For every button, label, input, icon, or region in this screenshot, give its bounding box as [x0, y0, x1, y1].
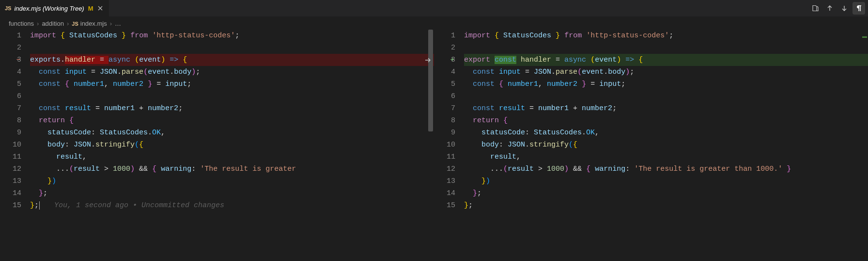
line-number: 4 — [0, 66, 21, 78]
line-number: 6 — [434, 90, 455, 102]
code-line[interactable]: }; — [30, 187, 434, 199]
modified-badge: M — [88, 5, 93, 12]
code-line[interactable]: statusCode: StatusCodes.OK, — [30, 127, 434, 139]
diff-pane-original[interactable]: 123456789101112131415 import { StatusCod… — [0, 30, 434, 261]
tab-bar: JS index.mjs (Working Tree) M — [0, 0, 868, 17]
code-line[interactable]: return { — [30, 114, 434, 127]
code-line[interactable]: result, — [464, 151, 868, 163]
breadcrumb-file-label: index.mjs — [80, 20, 107, 27]
code-line[interactable] — [464, 42, 868, 54]
code-line[interactable]: export const handler = async (event) => … — [464, 54, 868, 66]
code-line[interactable]: }; — [464, 199, 868, 212]
line-number: 4 — [434, 66, 455, 78]
line-number: 8 — [434, 114, 455, 127]
code-line[interactable]: import { StatusCodes } from 'http-status… — [464, 30, 868, 42]
js-file-icon: JS — [5, 5, 11, 11]
line-number: 11 — [434, 151, 455, 163]
next-change-button[interactable] — [838, 2, 851, 15]
toggle-whitespace-button[interactable] — [852, 2, 865, 15]
line-number: 5 — [434, 78, 455, 90]
code-line[interactable]: ...(result > 1000) && { warning: 'The re… — [30, 163, 434, 175]
chevron-right-icon: › — [37, 20, 39, 27]
arrow-up-icon — [826, 4, 834, 12]
open-file-icon — [811, 4, 819, 12]
js-file-icon: JS — [72, 21, 78, 27]
line-number: 12 — [0, 163, 21, 175]
diff-pane-modified[interactable]: 123456789101112131415 import { StatusCod… — [434, 30, 868, 261]
chevron-right-icon: › — [67, 20, 69, 27]
code-line[interactable]: const input = JSON.parse(event.body); — [464, 66, 868, 78]
line-number: 8 — [0, 114, 21, 127]
breadcrumb-segment[interactable]: functions — [9, 20, 34, 27]
line-number: 9 — [0, 127, 21, 139]
code-line[interactable]: body: JSON.stringify({ — [30, 139, 434, 151]
code-line[interactable] — [464, 90, 868, 102]
code-area[interactable]: import { StatusCodes } from 'http-status… — [464, 30, 868, 261]
line-number: 2 — [0, 42, 21, 54]
code-line[interactable]: const result = number1 + number2; — [464, 102, 868, 114]
scrollbar[interactable] — [861, 30, 868, 261]
line-number: 9 — [434, 127, 455, 139]
open-file-button[interactable] — [809, 2, 822, 15]
line-number: 1 — [434, 30, 455, 42]
line-number: 13 — [434, 175, 455, 187]
code-line[interactable]: import { StatusCodes } from 'http-status… — [30, 30, 434, 42]
line-gutter: 123456789101112131415 — [0, 30, 30, 261]
arrow-right-icon — [424, 56, 432, 64]
line-gutter: 123456789101112131415 — [434, 30, 464, 261]
previous-change-button[interactable] — [823, 2, 836, 15]
line-number: 3 — [434, 54, 455, 66]
diff-overview-marker — [862, 36, 867, 38]
code-line[interactable]: statusCode: StatusCodes.OK, — [464, 127, 868, 139]
tab-title: index.mjs (Working Tree) — [14, 5, 84, 12]
line-number: 11 — [0, 151, 21, 163]
line-number: 7 — [434, 102, 455, 114]
line-number: 14 — [434, 187, 455, 199]
code-line[interactable]: const input = JSON.parse(event.body); — [30, 66, 434, 78]
line-number: 3 — [0, 54, 21, 66]
code-line[interactable]: const result = number1 + number2; — [30, 102, 434, 114]
git-blame-annotation: You, 1 second ago • Uncommitted changes — [54, 201, 224, 210]
code-line[interactable]: }) — [30, 175, 434, 187]
scrollbar-thumb[interactable] — [428, 30, 433, 131]
line-number: 13 — [0, 175, 21, 187]
code-line[interactable]: }) — [464, 175, 868, 187]
code-line[interactable]: result, — [30, 151, 434, 163]
code-line[interactable] — [30, 42, 434, 54]
chevron-right-icon: › — [110, 20, 112, 27]
line-number: 10 — [434, 139, 455, 151]
line-number: 6 — [0, 90, 21, 102]
code-line[interactable]: };You, 1 second ago • Uncommitted change… — [30, 199, 434, 212]
code-area[interactable]: import { StatusCodes } from 'http-status… — [30, 30, 434, 261]
code-line[interactable]: ...(result > 1000) && { warning: 'The re… — [464, 163, 868, 175]
line-number: 2 — [434, 42, 455, 54]
line-number: 5 — [0, 78, 21, 90]
code-line[interactable]: return { — [464, 114, 868, 127]
code-line[interactable]: exports.handler = async (event) => { — [30, 54, 434, 66]
editor-tab[interactable]: JS index.mjs (Working Tree) M — [0, 0, 109, 16]
line-number: 14 — [0, 187, 21, 199]
pilcrow-icon — [855, 4, 863, 12]
code-line[interactable]: }; — [464, 187, 868, 199]
breadcrumb-file[interactable]: JSindex.mjs — [72, 20, 107, 27]
close-tab-button[interactable] — [96, 4, 104, 12]
breadcrumb: functions › addition › JSindex.mjs › … — [0, 17, 868, 30]
diff-editor: 123456789101112131415 import { StatusCod… — [0, 30, 868, 261]
revert-change-button[interactable] — [421, 54, 434, 66]
line-number: 15 — [0, 199, 21, 212]
close-icon — [96, 4, 104, 12]
breadcrumb-more[interactable]: … — [115, 20, 121, 27]
code-line[interactable]: const { number1, number2 } = input; — [464, 78, 868, 90]
line-number: 15 — [434, 199, 455, 212]
line-number: 7 — [0, 102, 21, 114]
line-number: 10 — [0, 139, 21, 151]
line-number: 12 — [434, 163, 455, 175]
code-line[interactable]: body: JSON.stringify({ — [464, 139, 868, 151]
editor-toolbar — [809, 2, 865, 15]
code-line[interactable] — [30, 90, 434, 102]
text-cursor — [39, 201, 40, 210]
arrow-down-icon — [840, 4, 848, 12]
breadcrumb-segment[interactable]: addition — [42, 20, 64, 27]
line-number: 1 — [0, 30, 21, 42]
code-line[interactable]: const { number1, number2 } = input; — [30, 78, 434, 90]
